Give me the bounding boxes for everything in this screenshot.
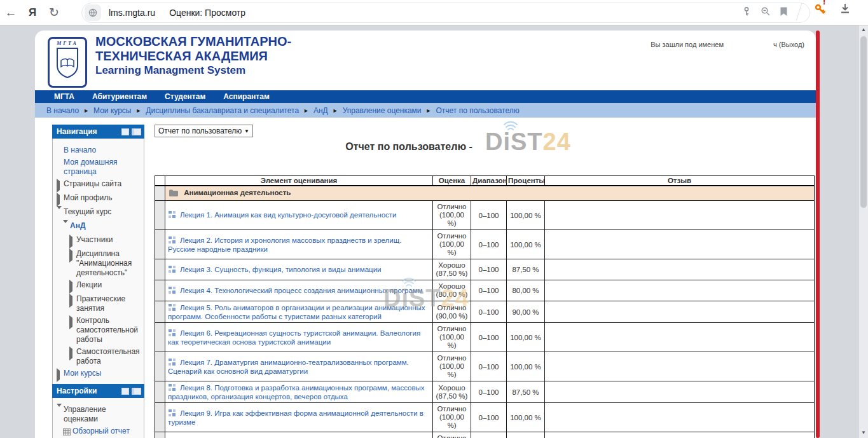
expand-arrow-icon[interactable] <box>57 181 64 191</box>
range-cell: 0–100 <box>471 280 507 301</box>
breadcrumb-link[interactable]: АнД <box>313 106 328 115</box>
navigation-item[interactable]: В начало <box>57 146 142 155</box>
scrollbar-thumb[interactable] <box>860 36 867 208</box>
range-cell: 0–100 <box>471 381 507 403</box>
nav-link-абитуриентам[interactable]: Абитуриентам <box>92 92 147 101</box>
breadcrumb-link[interactable]: Дисциплины бакалавриата и специалитета <box>146 106 299 115</box>
collapse-arrow-icon[interactable] <box>63 223 70 233</box>
address-bar[interactable]: lms.mgta.ru Оценки: Просмотр <box>81 3 810 23</box>
find-page-icon[interactable] <box>761 6 771 19</box>
expand-arrow-icon[interactable] <box>69 251 76 278</box>
nav-link-мгта[interactable]: МГТА <box>54 92 74 101</box>
grade-cell: Отлично(100,00 %) <box>433 201 471 230</box>
navigation-item-label[interactable]: Дисциплина "Анимационная деятельность" <box>76 249 142 278</box>
browser-toolbar: ← Я ↻ lms.mgta.ru Оценки: Просмотр <box>0 0 868 25</box>
folder-icon <box>169 189 178 198</box>
navigation-item[interactable]: Практические занятия <box>57 294 142 313</box>
breadcrumb-link[interactable]: Отчет по пользователю <box>436 106 520 115</box>
grade-item-link[interactable]: Лекция 7. Драматургия анимационно-театра… <box>168 359 409 375</box>
dock-block-icon[interactable] <box>132 388 141 395</box>
navigation-item[interactable]: Участники <box>57 235 142 247</box>
expand-arrow-icon[interactable] <box>57 195 64 205</box>
password-key-icon[interactable] <box>741 6 752 19</box>
navigation-item[interactable]: Лекции <box>57 280 142 292</box>
protect-password-alert-icon[interactable]: ! <box>814 3 825 16</box>
navigation-item-label[interactable]: Страницы сайта <box>64 179 121 191</box>
navigation-item-label[interactable]: АнД <box>70 221 85 233</box>
col-header-feedback: Отзыв <box>545 176 815 186</box>
navigation-item[interactable]: Мой профиль <box>57 193 142 205</box>
indent-cell <box>155 403 165 432</box>
settings-item-label[interactable]: Обзорный отчет <box>72 427 130 438</box>
yandex-browser-icon[interactable]: Я <box>22 6 43 19</box>
navigation-item-label[interactable]: Контроль самостоятельной работы <box>76 316 142 345</box>
grade-item-link[interactable]: Лекция 5. Роль аниматоров в организации … <box>168 304 425 320</box>
settings-item-label[interactable]: Управление оценками <box>64 405 142 424</box>
download-icon[interactable] <box>839 3 851 17</box>
navigation-item[interactable]: Страницы сайта <box>57 179 142 191</box>
navigation-item-label[interactable]: Мой профиль <box>64 193 113 205</box>
navigation-item[interactable]: Дисциплина "Анимационная деятельность" <box>57 249 142 278</box>
navigation-item-label[interactable]: Участники <box>76 235 113 247</box>
nav-link-студентам[interactable]: Студентам <box>165 92 205 101</box>
navigation-item[interactable]: Текущий курс <box>57 207 142 219</box>
collapse-block-icon[interactable] <box>121 388 129 395</box>
scroll-up-icon[interactable]: ▲ <box>859 25 868 35</box>
navigation-item-label[interactable]: Самостоятельная работа <box>76 347 142 366</box>
grade-item-link[interactable]: Лекция 2. История и хронология массовых … <box>168 236 401 253</box>
expand-arrow-icon[interactable] <box>69 296 76 313</box>
navigation-item-label[interactable]: Практические занятия <box>76 294 142 313</box>
site-globe-icon[interactable] <box>85 4 101 21</box>
expand-arrow-icon[interactable] <box>69 318 76 345</box>
navigation-item[interactable]: АнД <box>57 221 142 233</box>
percent-cell: 100,00 % <box>507 201 545 230</box>
settings-block: Настройки Управление оценкамиОбзорный от… <box>52 384 144 438</box>
navigation-item-label[interactable]: В начало <box>64 146 96 155</box>
report-type-select[interactable]: Отчет по пользователю▼ <box>155 125 253 137</box>
grade-item-link[interactable]: Лекция 9. Игра как эффективная форма ани… <box>168 409 424 426</box>
breadcrumb-link[interactable]: Управление оценками <box>343 106 422 115</box>
navigation-item[interactable]: Мои курсы <box>57 369 142 380</box>
page-scrollbar-accent[interactable] <box>816 31 820 438</box>
collapse-arrow-icon[interactable] <box>57 407 64 424</box>
indent-cell <box>155 259 165 280</box>
grade-row: Лекция 9. Игра как эффективная форма ани… <box>155 403 815 432</box>
back-icon[interactable]: ← <box>0 0 22 25</box>
expand-arrow-icon[interactable] <box>69 282 76 292</box>
indent-cell <box>155 201 165 230</box>
navigation-item-label[interactable]: Текущий курс <box>64 207 111 219</box>
feedback-cell <box>545 201 815 230</box>
expand-arrow-icon[interactable] <box>69 237 76 247</box>
expand-arrow-icon[interactable] <box>69 349 76 366</box>
logout-link[interactable]: ч (Выход) <box>773 41 804 48</box>
navigation-item[interactable]: Моя домашняя страница <box>57 158 142 177</box>
navigation-item-label[interactable]: Моя домашняя страница <box>64 158 142 177</box>
grade-item-link[interactable]: Лекция 1. Анимация как вид культурно-дос… <box>180 211 396 219</box>
grade-item-link[interactable]: Лекция 6. Рекреационная сущность туристс… <box>168 329 420 346</box>
grade-item-link[interactable]: Лекция 3. Сущность, функция, типология и… <box>180 266 382 273</box>
grade-item-link[interactable]: Лекция 4. Технологический процесс создан… <box>180 287 423 294</box>
bookmark-icon[interactable] <box>780 7 788 19</box>
nav-link-аспирантам[interactable]: Аспирантам <box>223 92 270 101</box>
navigation-item-label[interactable]: Мои курсы <box>64 369 101 380</box>
logo-acronym: МГТА <box>57 41 78 46</box>
indent-cell <box>155 280 165 301</box>
scroll-down-icon[interactable]: ▼ <box>859 428 868 438</box>
navigation-item-label[interactable]: Лекции <box>76 280 102 292</box>
grade-row: Лекция 5. Роль аниматоров в организации … <box>155 301 815 323</box>
navigation-item[interactable]: Самостоятельная работа <box>57 347 142 366</box>
dock-block-icon[interactable] <box>132 128 141 135</box>
url-text[interactable]: lms.mgta.ru <box>109 8 155 18</box>
reload-icon[interactable]: ↻ <box>43 0 65 25</box>
collapse-arrow-icon[interactable] <box>57 209 64 219</box>
breadcrumb-link[interactable]: В начало <box>46 106 79 115</box>
navigation-item[interactable]: Контроль самостоятельной работы <box>57 316 142 345</box>
grade-item-link[interactable]: Лекция 8. Подготовка и разработка анимац… <box>168 384 425 400</box>
collapse-block-icon[interactable] <box>121 128 129 135</box>
expand-arrow-icon[interactable] <box>57 371 64 380</box>
settings-item[interactable]: Управление оценками <box>57 405 142 424</box>
mgta-logo[interactable]: МГТА <box>48 37 87 88</box>
browser-scrollbar[interactable]: ▲ ▼ <box>859 25 868 438</box>
breadcrumb-link[interactable]: Мои курсы <box>93 106 131 115</box>
settings-item[interactable]: Обзорный отчет <box>57 427 142 438</box>
